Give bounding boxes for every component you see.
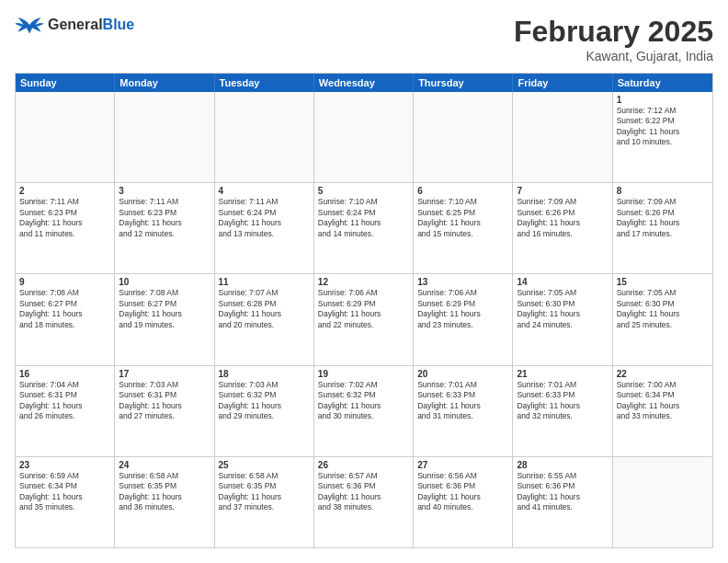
day-number: 26: [318, 460, 409, 470]
cal-cell-4-6: [613, 457, 712, 547]
cal-cell-3-3: 19Sunrise: 7:02 AM Sunset: 6:32 PM Dayli…: [314, 366, 414, 456]
logo: GeneralBlue: [15, 15, 134, 35]
day-info: Sunrise: 6:59 AM Sunset: 6:34 PM Dayligh…: [19, 471, 110, 513]
day-number: 14: [517, 277, 608, 287]
cal-row-4: 23Sunrise: 6:59 AM Sunset: 6:34 PM Dayli…: [16, 456, 712, 547]
day-number: 4: [219, 186, 310, 196]
day-number: 1: [617, 95, 709, 105]
cal-cell-4-4: 27Sunrise: 6:56 AM Sunset: 6:36 PM Dayli…: [414, 457, 513, 547]
logo-blue: Blue: [103, 17, 135, 32]
day-info: Sunrise: 7:06 AM Sunset: 6:29 PM Dayligh…: [318, 288, 409, 330]
cal-cell-1-6: 8Sunrise: 7:09 AM Sunset: 6:26 PM Daylig…: [613, 183, 712, 273]
cal-cell-0-3: [314, 92, 414, 182]
day-number: 24: [119, 460, 210, 470]
day-number: 7: [517, 186, 608, 196]
cal-cell-2-3: 12Sunrise: 7:06 AM Sunset: 6:29 PM Dayli…: [314, 274, 414, 364]
cal-cell-1-3: 5Sunrise: 7:10 AM Sunset: 6:24 PM Daylig…: [314, 183, 414, 273]
cal-cell-2-1: 10Sunrise: 7:08 AM Sunset: 6:27 PM Dayli…: [115, 274, 214, 364]
cal-cell-1-0: 2Sunrise: 7:11 AM Sunset: 6:23 PM Daylig…: [16, 183, 115, 273]
cal-cell-0-0: [16, 92, 115, 182]
cal-cell-2-4: 13Sunrise: 7:06 AM Sunset: 6:29 PM Dayli…: [414, 274, 513, 364]
day-info: Sunrise: 7:11 AM Sunset: 6:24 PM Dayligh…: [219, 197, 310, 239]
cal-cell-0-4: [414, 92, 513, 182]
cal-cell-4-3: 26Sunrise: 6:57 AM Sunset: 6:36 PM Dayli…: [314, 457, 414, 547]
day-number: 13: [417, 277, 508, 287]
cal-cell-2-0: 9Sunrise: 7:08 AM Sunset: 6:27 PM Daylig…: [16, 274, 115, 364]
day-info: Sunrise: 6:55 AM Sunset: 6:36 PM Dayligh…: [517, 471, 608, 513]
header-saturday: Saturday: [613, 74, 712, 92]
day-number: 19: [318, 369, 409, 379]
day-number: 2: [19, 186, 110, 196]
day-info: Sunrise: 7:01 AM Sunset: 6:33 PM Dayligh…: [417, 380, 508, 422]
cal-cell-2-5: 14Sunrise: 7:05 AM Sunset: 6:30 PM Dayli…: [513, 274, 612, 364]
header-tuesday: Tuesday: [215, 74, 314, 92]
cal-cell-2-6: 15Sunrise: 7:05 AM Sunset: 6:30 PM Dayli…: [613, 274, 712, 364]
day-info: Sunrise: 7:00 AM Sunset: 6:34 PM Dayligh…: [617, 380, 709, 422]
day-info: Sunrise: 7:03 AM Sunset: 6:31 PM Dayligh…: [119, 380, 210, 422]
day-info: Sunrise: 7:06 AM Sunset: 6:29 PM Dayligh…: [417, 288, 508, 330]
day-info: Sunrise: 7:11 AM Sunset: 6:23 PM Dayligh…: [19, 197, 110, 239]
cal-cell-0-5: [513, 92, 612, 182]
cal-row-1: 2Sunrise: 7:11 AM Sunset: 6:23 PM Daylig…: [16, 182, 712, 273]
day-number: 8: [617, 186, 709, 196]
day-info: Sunrise: 7:02 AM Sunset: 6:32 PM Dayligh…: [318, 380, 409, 422]
day-info: Sunrise: 7:09 AM Sunset: 6:26 PM Dayligh…: [617, 197, 709, 239]
day-number: 16: [19, 369, 110, 379]
cal-cell-0-1: [115, 92, 214, 182]
day-info: Sunrise: 7:10 AM Sunset: 6:25 PM Dayligh…: [417, 197, 508, 239]
day-info: Sunrise: 7:04 AM Sunset: 6:31 PM Dayligh…: [19, 380, 110, 422]
day-number: 5: [318, 186, 409, 196]
day-number: 3: [119, 186, 210, 196]
day-number: 12: [318, 277, 409, 287]
day-info: Sunrise: 6:58 AM Sunset: 6:35 PM Dayligh…: [219, 471, 310, 513]
header-monday: Monday: [115, 74, 214, 92]
day-info: Sunrise: 7:10 AM Sunset: 6:24 PM Dayligh…: [318, 197, 409, 239]
day-info: Sunrise: 7:01 AM Sunset: 6:33 PM Dayligh…: [517, 380, 608, 422]
calendar-body: 1Sunrise: 7:12 AM Sunset: 6:22 PM Daylig…: [16, 92, 712, 547]
cal-row-2: 9Sunrise: 7:08 AM Sunset: 6:27 PM Daylig…: [16, 273, 712, 364]
day-number: 22: [617, 369, 709, 379]
month-title: February 2025: [514, 15, 713, 49]
header-friday: Friday: [513, 74, 612, 92]
day-info: Sunrise: 7:12 AM Sunset: 6:22 PM Dayligh…: [617, 106, 709, 148]
cal-cell-4-1: 24Sunrise: 6:58 AM Sunset: 6:35 PM Dayli…: [115, 457, 214, 547]
day-number: 18: [219, 369, 310, 379]
header-wednesday: Wednesday: [314, 74, 414, 92]
day-number: 10: [119, 277, 210, 287]
cal-cell-3-2: 18Sunrise: 7:03 AM Sunset: 6:32 PM Dayli…: [215, 366, 314, 456]
day-number: 9: [19, 277, 110, 287]
day-number: 27: [417, 460, 508, 470]
day-info: Sunrise: 7:03 AM Sunset: 6:32 PM Dayligh…: [219, 380, 310, 422]
logo-general: General: [48, 17, 103, 32]
day-info: Sunrise: 6:56 AM Sunset: 6:36 PM Dayligh…: [417, 471, 508, 513]
cal-cell-1-1: 3Sunrise: 7:11 AM Sunset: 6:23 PM Daylig…: [115, 183, 214, 273]
cal-cell-3-5: 21Sunrise: 7:01 AM Sunset: 6:33 PM Dayli…: [513, 366, 612, 456]
day-info: Sunrise: 7:11 AM Sunset: 6:23 PM Dayligh…: [119, 197, 210, 239]
cal-cell-1-2: 4Sunrise: 7:11 AM Sunset: 6:24 PM Daylig…: [215, 183, 314, 273]
day-number: 21: [517, 369, 608, 379]
day-info: Sunrise: 7:08 AM Sunset: 6:27 PM Dayligh…: [19, 288, 110, 330]
header-sunday: Sunday: [16, 74, 115, 92]
day-info: Sunrise: 7:05 AM Sunset: 6:30 PM Dayligh…: [617, 288, 709, 330]
cal-cell-0-6: 1Sunrise: 7:12 AM Sunset: 6:22 PM Daylig…: [613, 92, 712, 182]
logo-icon: [15, 15, 44, 35]
day-number: 28: [517, 460, 608, 470]
day-info: Sunrise: 7:05 AM Sunset: 6:30 PM Dayligh…: [517, 288, 608, 330]
cal-cell-1-5: 7Sunrise: 7:09 AM Sunset: 6:26 PM Daylig…: [513, 183, 612, 273]
cal-cell-3-6: 22Sunrise: 7:00 AM Sunset: 6:34 PM Dayli…: [613, 366, 712, 456]
day-number: 23: [19, 460, 110, 470]
day-info: Sunrise: 6:58 AM Sunset: 6:35 PM Dayligh…: [119, 471, 210, 513]
logo-text: GeneralBlue: [48, 17, 134, 33]
day-number: 25: [219, 460, 310, 470]
cal-cell-0-2: [215, 92, 314, 182]
cal-cell-3-0: 16Sunrise: 7:04 AM Sunset: 6:31 PM Dayli…: [16, 366, 115, 456]
cal-row-3: 16Sunrise: 7:04 AM Sunset: 6:31 PM Dayli…: [16, 365, 712, 456]
day-info: Sunrise: 7:07 AM Sunset: 6:28 PM Dayligh…: [219, 288, 310, 330]
cal-cell-4-5: 28Sunrise: 6:55 AM Sunset: 6:36 PM Dayli…: [513, 457, 612, 547]
day-number: 15: [617, 277, 709, 287]
day-info: Sunrise: 6:57 AM Sunset: 6:36 PM Dayligh…: [318, 471, 409, 513]
header: GeneralBlue February 2025 Kawant, Gujara…: [15, 15, 713, 63]
day-number: 11: [219, 277, 310, 287]
day-info: Sunrise: 7:08 AM Sunset: 6:27 PM Dayligh…: [119, 288, 210, 330]
calendar-header: Sunday Monday Tuesday Wednesday Thursday…: [16, 74, 712, 92]
